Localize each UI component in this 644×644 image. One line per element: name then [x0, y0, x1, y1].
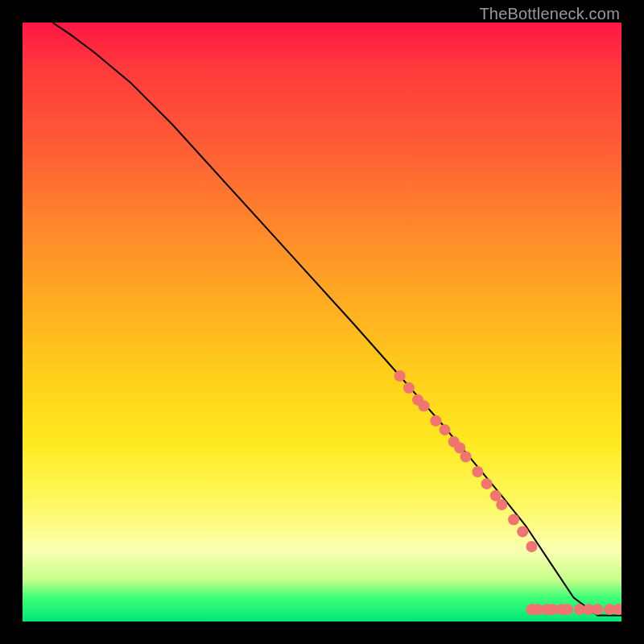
- data-marker: [481, 478, 493, 489]
- chart-svg-overlay: [23, 23, 621, 621]
- data-marker: [440, 424, 451, 436]
- data-marker: [508, 514, 519, 526]
- data-marker: [403, 382, 415, 394]
- watermark-text: TheBottleneck.com: [479, 5, 620, 23]
- data-markers: [394, 370, 621, 615]
- data-marker: [562, 604, 573, 615]
- data-marker: [526, 541, 537, 552]
- data-marker: [496, 499, 507, 510]
- chart-frame: [23, 23, 621, 621]
- data-marker: [460, 451, 472, 462]
- data-marker: [472, 466, 483, 477]
- data-marker: [419, 400, 430, 411]
- data-marker: [517, 526, 528, 537]
- data-marker: [592, 604, 603, 615]
- data-marker: [394, 370, 406, 382]
- data-marker: [613, 604, 621, 615]
- bottleneck-curve: [52, 23, 621, 616]
- data-marker: [430, 415, 441, 427]
